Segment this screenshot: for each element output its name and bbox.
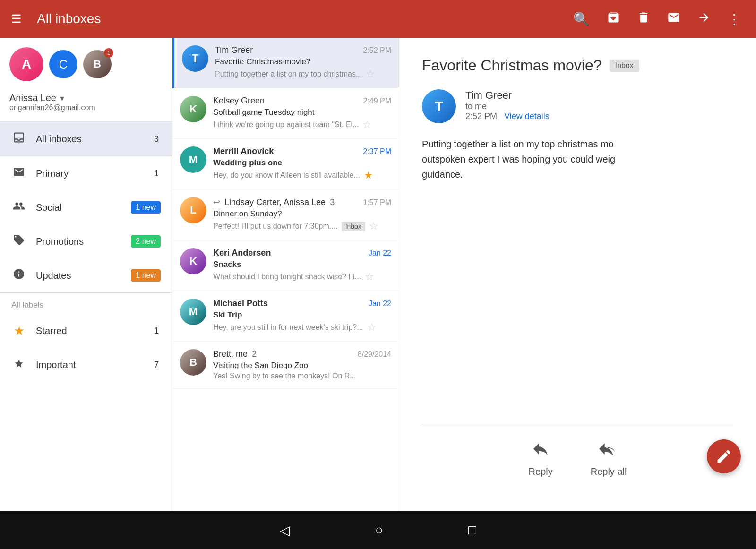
email-avatar-7: B [180, 349, 206, 376]
nav-item-updates[interactable]: Updates 1 new [0, 258, 172, 292]
nav-label-starred: Starred [36, 326, 145, 336]
detail-sender-avatar: T [422, 89, 456, 123]
avatar-c[interactable]: C [49, 50, 77, 78]
email-preview-5: What should I bring tonight snack wise? … [213, 271, 391, 283]
email-item-4[interactable]: L ↩ Lindsay Carter, Anissa Lee 3 1:57 PM… [172, 189, 399, 240]
email-time-2: 2:49 PM [363, 97, 391, 105]
account-info: Anissa Lee ▾ origamifan26@gmail.com [9, 93, 95, 112]
email-subject-6: Ski Trip [213, 310, 391, 320]
email-preview-6: Hey, are you still in for next week's sk… [213, 321, 391, 334]
bottom-bar: ◁ ○ □ [0, 511, 756, 549]
nav-item-starred[interactable]: ★ Starred 1 [0, 314, 172, 348]
nav-item-all-inboxes[interactable]: All inboxes 3 [0, 122, 172, 156]
email-content-2: Kelsey Green 2:49 PM Softball game Tuesd… [213, 96, 391, 131]
compose-fab[interactable] [707, 439, 741, 473]
avatar-primary[interactable]: A [9, 47, 43, 81]
back-nav-icon[interactable]: ◁ [280, 523, 290, 538]
more-icon[interactable]: ⋮ [724, 8, 745, 31]
email-sender-6: Michael Potts [213, 299, 268, 309]
view-details-link[interactable]: View details [504, 112, 550, 121]
nav-item-primary[interactable]: Primary 1 [0, 156, 172, 190]
detail-sender-name: Tim Greer [465, 89, 550, 102]
avatar-badge: 1 [104, 48, 113, 58]
primary-icon [11, 166, 26, 181]
reply-button[interactable]: Reply [529, 439, 553, 477]
delete-icon[interactable] [633, 7, 654, 31]
detail-actions: Reply Reply all [422, 424, 733, 492]
email-avatar-1: T [182, 45, 208, 72]
archive-icon[interactable] [603, 7, 624, 31]
all-labels-heading: All labels [0, 293, 172, 314]
avatar-secondary-wrap: B 1 [83, 50, 112, 78]
nav-count-primary: 1 [154, 169, 159, 179]
reply-all-button[interactable]: Reply all [591, 439, 627, 477]
nav-item-important[interactable]: Important 7 [0, 348, 172, 382]
nav-label-all-inboxes: All inboxes [36, 134, 145, 145]
email-star-2[interactable]: ☆ [362, 119, 372, 131]
email-star-3[interactable]: ★ [364, 169, 373, 181]
topbar: ☰ All inboxes 🔍 ⋮ [0, 0, 756, 38]
forward-icon[interactable] [694, 7, 714, 31]
account-info-row: Anissa Lee ▾ origamifan26@gmail.com [0, 89, 172, 121]
email-subject-2: Softball game Tuesday night [213, 108, 391, 117]
email-detail: Favorite Christmas movie? Inbox T Tim Gr… [399, 38, 756, 511]
email-item-1[interactable]: T Tim Greer 2:52 PM Favorite Christmas m… [172, 38, 399, 88]
nav-count-starred: 1 [154, 326, 159, 336]
email-time-5: Jan 22 [369, 249, 391, 257]
mail-icon[interactable] [663, 7, 684, 31]
email-star-1[interactable]: ☆ [366, 68, 375, 80]
account-section: A C B 1 [0, 38, 172, 89]
email-time-7: 8/29/2014 [358, 350, 391, 359]
nav-badge-promotions: 2 new [131, 235, 161, 248]
nav-label-primary: Primary [36, 168, 145, 179]
email-sender-4: ↩ Lindsay Carter, Anissa Lee 3 [213, 197, 335, 207]
nav-label-important: Important [36, 360, 145, 370]
email-subject-3: Wedding plus one [213, 158, 391, 168]
email-time-6: Jan 22 [369, 300, 391, 308]
search-icon[interactable]: 🔍 [569, 8, 593, 31]
nav-badge-updates: 1 new [131, 269, 161, 282]
nav-item-promotions[interactable]: Promotions 2 new [0, 224, 172, 258]
detail-sender-time: 2:52 PM View details [465, 112, 550, 121]
nav-badge-social: 1 new [131, 201, 161, 214]
account-name: Anissa Lee [9, 93, 56, 103]
social-icon [11, 200, 26, 215]
nav-item-social[interactable]: Social 1 new [0, 190, 172, 224]
topbar-title: All inboxes [37, 11, 560, 26]
home-nav-icon[interactable]: ○ [375, 523, 383, 538]
email-item-7[interactable]: B Brett, me 2 8/29/2014 Visiting the San… [172, 342, 399, 389]
nav-count-all-inboxes: 3 [154, 134, 159, 144]
email-avatar-3: M [180, 146, 206, 173]
account-dropdown-icon[interactable]: ▾ [60, 93, 64, 103]
email-preview-7: Yes! Swing by to see the monkeys! On R..… [213, 372, 391, 380]
hamburger-icon[interactable]: ☰ [11, 12, 22, 26]
updates-icon [11, 268, 26, 283]
email-item-3[interactable]: M Merrill Anovick 2:37 PM Wedding plus o… [172, 139, 399, 189]
starred-icon: ★ [11, 324, 26, 338]
email-item-2[interactable]: K Kelsey Green 2:49 PM Softball game Tue… [172, 88, 399, 139]
email-time-4: 1:57 PM [363, 198, 391, 207]
detail-subject-row: Favorite Christmas movie? Inbox [422, 57, 733, 74]
email-list: T Tim Greer 2:52 PM Favorite Christmas m… [172, 38, 399, 511]
recents-nav-icon[interactable]: □ [468, 523, 476, 538]
email-item-6[interactable]: M Michael Potts Jan 22 Ski Trip Hey, are… [172, 291, 399, 342]
email-star-5[interactable]: ☆ [365, 271, 374, 283]
email-avatar-6: M [180, 299, 206, 325]
email-star-4[interactable]: ☆ [369, 220, 378, 232]
email-content-5: Keri Andersen Jan 22 Snacks What should … [213, 248, 391, 283]
sidebar: A C B 1 Anissa Lee ▾ origamifan26@gmail.… [0, 38, 172, 511]
detail-subject: Favorite Christmas movie? [422, 57, 602, 74]
detail-sender-to: to me [465, 102, 550, 112]
email-preview-4: Perfect! I'll put us down for 7:30pm....… [213, 220, 391, 232]
main-area: A C B 1 Anissa Lee ▾ origamifan26@gmail.… [0, 38, 756, 511]
promotions-icon [11, 234, 26, 249]
email-sender-2: Kelsey Green [213, 96, 265, 106]
email-star-6[interactable]: ☆ [367, 321, 377, 334]
email-subject-5: Snacks [213, 260, 391, 269]
email-sender-3: Merrill Anovick [213, 146, 274, 156]
account-email: origamifan26@gmail.com [9, 103, 95, 112]
email-content-6: Michael Potts Jan 22 Ski Trip Hey, are y… [213, 299, 391, 334]
nav-label-updates: Updates [36, 270, 121, 281]
all-inboxes-icon [11, 131, 26, 147]
email-item-5[interactable]: K Keri Andersen Jan 22 Snacks What shoul… [172, 240, 399, 291]
